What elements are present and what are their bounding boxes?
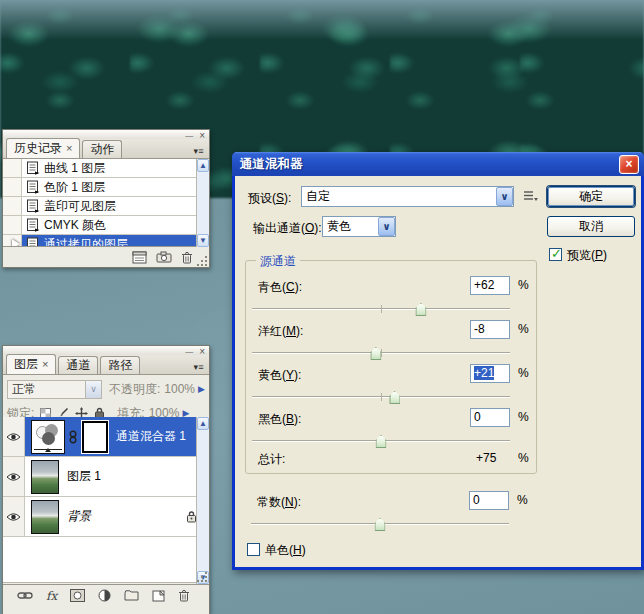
channel-slider[interactable] xyxy=(252,434,510,449)
tab-history[interactable]: 历史记录× xyxy=(6,138,80,158)
delete-trash-icon[interactable] xyxy=(178,589,190,602)
slider-center-tick xyxy=(381,393,382,401)
history-source-cell[interactable] xyxy=(3,159,22,177)
history-state-row[interactable]: 盖印可见图层 xyxy=(3,197,209,216)
delete-trash-icon[interactable] xyxy=(181,251,193,264)
layer-thumbnail[interactable] xyxy=(31,500,59,534)
new-document-from-state-icon[interactable] xyxy=(132,251,147,264)
tab-paths[interactable]: 路径 xyxy=(100,356,140,374)
panel-resize-grip[interactable] xyxy=(197,255,208,266)
total-value: +75 xyxy=(476,451,496,465)
panel-menu-icon[interactable]: ▾≡ xyxy=(191,363,206,371)
history-state-row[interactable]: 曲线 1 图层 xyxy=(3,159,209,178)
history-state-label: 色阶 1 图层 xyxy=(44,179,105,196)
new-adjustment-layer-icon[interactable] xyxy=(98,589,111,602)
blend-mode-select[interactable]: 正常 ∨ xyxy=(7,380,102,399)
layer-name[interactable]: 图层 1 xyxy=(67,468,101,485)
history-state-doc-icon xyxy=(26,161,40,175)
visibility-eye-icon[interactable] xyxy=(3,497,25,536)
slider-thumb-icon[interactable] xyxy=(370,347,381,360)
channel-value-input[interactable]: 0 xyxy=(469,491,509,510)
dialog-titlebar[interactable]: 通道混和器 × xyxy=(232,152,644,176)
panel-resize-grip[interactable] xyxy=(197,571,208,582)
channel-value-input[interactable]: +21 xyxy=(470,364,510,383)
ok-button[interactable]: 确定 xyxy=(547,186,635,207)
history-source-cell[interactable] xyxy=(3,235,22,247)
preview-checkbox-row[interactable]: 预览(P) xyxy=(549,247,607,264)
channel-slider[interactable] xyxy=(252,346,510,361)
layers-tabrow: 图层× 通道 路径 ▾≡ xyxy=(3,355,209,375)
channel-value-input[interactable]: 0 xyxy=(470,408,510,427)
layer-row-adjustment[interactable]: 通道混合器 1 xyxy=(3,417,209,457)
history-source-cell[interactable] xyxy=(3,197,22,215)
dialog-body: 预设(S): 自定 ∨ 确定 输出通道(O): 黄色 ∨ 取消 预览(P) 源通… xyxy=(235,176,641,567)
percent-sign: % xyxy=(517,493,528,507)
scroll-down-icon[interactable]: ▼ xyxy=(197,234,209,247)
output-channel-select[interactable]: 黄色 ∨ xyxy=(322,216,396,237)
adjustment-layer-thumbnail[interactable] xyxy=(31,420,65,454)
tab-close-icon[interactable]: × xyxy=(42,358,48,370)
history-state-row[interactable]: 通过拷贝的图层 xyxy=(3,235,209,247)
layer-style-fx-icon[interactable]: fx xyxy=(46,589,57,603)
channel-value-input[interactable]: -8 xyxy=(470,320,510,339)
history-source-cell[interactable] xyxy=(3,216,22,234)
new-snapshot-camera-icon[interactable] xyxy=(156,251,172,263)
tab-actions[interactable]: 动作 xyxy=(82,140,122,158)
percent-sign: % xyxy=(518,366,529,380)
channel-value-input[interactable]: +62 xyxy=(470,276,510,295)
history-state-row[interactable]: CMYK 颜色 xyxy=(3,216,209,235)
slider-thumb-icon[interactable] xyxy=(415,303,426,316)
new-group-folder-icon[interactable] xyxy=(124,590,139,601)
opacity-spinner-icon[interactable]: ▶ xyxy=(198,384,205,394)
monochrome-checkbox[interactable] xyxy=(247,543,260,556)
dialog-close-icon[interactable]: × xyxy=(619,155,639,174)
layers-panel-footer xyxy=(3,606,209,614)
opacity-label: 不透明度: xyxy=(109,381,160,398)
layer-row-layer1[interactable]: 图层 1 xyxy=(3,457,209,497)
layer-name[interactable]: 通道混合器 1 xyxy=(116,428,186,445)
layer-mask-thumbnail[interactable] xyxy=(82,421,108,453)
preview-checkbox[interactable] xyxy=(549,248,562,261)
monochrome-label: 单色(H) xyxy=(265,543,306,557)
chevron-down-icon: ∨ xyxy=(85,381,101,398)
scroll-up-icon[interactable]: ▲ xyxy=(197,417,209,430)
channel-slider[interactable] xyxy=(252,302,510,317)
chevron-down-icon[interactable]: ∨ xyxy=(496,187,513,206)
mask-link-icon[interactable] xyxy=(69,430,77,444)
tab-layers[interactable]: 图层× xyxy=(6,354,56,374)
new-layer-icon[interactable] xyxy=(152,590,165,602)
scroll-up-icon[interactable]: ▲ xyxy=(197,159,209,172)
slider-thumb-icon[interactable] xyxy=(376,435,387,448)
channel-slider[interactable] xyxy=(251,517,509,532)
chevron-down-icon[interactable]: ∨ xyxy=(378,217,395,236)
channel-slider[interactable] xyxy=(252,390,510,405)
link-layers-chain-icon[interactable] xyxy=(17,591,33,600)
channel-label: 黄色(Y): xyxy=(258,367,301,384)
monochrome-checkbox-row[interactable]: 单色(H) xyxy=(247,542,306,559)
output-channel-label: 输出通道(O): xyxy=(253,220,322,237)
channel-label: 黑色(B): xyxy=(258,411,301,428)
visibility-eye-icon[interactable] xyxy=(3,457,25,496)
panel-menu-icon[interactable]: ▾≡ xyxy=(191,147,206,155)
history-state-row[interactable]: 色阶 1 图层 xyxy=(3,178,209,197)
cancel-button[interactable]: 取消 xyxy=(547,216,635,237)
layer-name[interactable]: 背景 xyxy=(67,508,91,525)
total-label: 总计: xyxy=(258,451,285,468)
history-source-cell[interactable] xyxy=(3,178,22,196)
preset-options-menu-icon[interactable] xyxy=(523,190,538,203)
preset-label: 预设(S): xyxy=(248,190,291,207)
layers-scrollbar[interactable]: ▲ ▼ xyxy=(196,417,209,584)
visibility-eye-icon[interactable] xyxy=(3,417,25,456)
slider-thumb-icon[interactable] xyxy=(389,391,400,404)
percent-sign: % xyxy=(518,410,529,424)
add-layer-mask-icon[interactable] xyxy=(70,589,85,602)
layer-row-background[interactable]: 背景 xyxy=(3,497,209,537)
tab-channels[interactable]: 通道 xyxy=(58,356,98,374)
current-state-play-icon[interactable] xyxy=(12,239,20,247)
constant-container: 常数(N): 0 % xyxy=(245,490,537,535)
preset-select[interactable]: 自定 ∨ xyxy=(301,186,514,207)
slider-thumb-icon[interactable] xyxy=(375,518,386,531)
tab-close-icon[interactable]: × xyxy=(66,142,72,154)
history-scrollbar[interactable]: ▲ ▼ xyxy=(196,159,209,247)
layer-thumbnail[interactable] xyxy=(31,460,59,494)
